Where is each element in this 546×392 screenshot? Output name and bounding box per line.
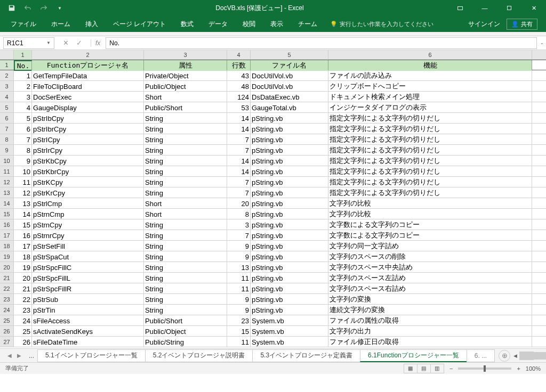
- cell[interactable]: System.vb: [251, 315, 328, 326]
- minimize-icon[interactable]: —: [472, 0, 497, 16]
- fx-label[interactable]: fx: [91, 39, 105, 47]
- cell[interactable]: 14: [227, 124, 251, 134]
- horizontal-scrollbar[interactable]: [519, 352, 534, 360]
- cell[interactable]: pString.vb: [251, 209, 328, 219]
- cell[interactable]: 9: [227, 305, 251, 315]
- select-all-corner[interactable]: [0, 50, 14, 59]
- maximize-icon[interactable]: [497, 0, 521, 16]
- cell[interactable]: pString.vb: [251, 145, 328, 156]
- row-header[interactable]: 15: [0, 209, 14, 219]
- row-header[interactable]: 17: [0, 230, 14, 240]
- cell[interactable]: String: [144, 156, 227, 166]
- cell[interactable]: Public/Object: [144, 326, 227, 337]
- cell[interactable]: 17: [14, 241, 32, 251]
- cell[interactable]: String: [144, 294, 227, 305]
- header-cell[interactable]: Functionプロシージャ名: [32, 60, 144, 71]
- cell[interactable]: 3: [227, 219, 251, 230]
- row-header[interactable]: 16: [0, 219, 14, 230]
- cell[interactable]: 3: [14, 92, 32, 102]
- cell[interactable]: 15: [227, 326, 251, 337]
- cell[interactable]: pString.vb: [251, 219, 328, 230]
- row-header[interactable]: 12: [0, 177, 14, 187]
- header-cell[interactable]: 機能: [328, 60, 532, 71]
- cell[interactable]: 6: [14, 124, 32, 134]
- cell[interactable]: 文字列の比較: [328, 209, 532, 219]
- cell[interactable]: sFileAccess: [32, 315, 144, 326]
- cell[interactable]: pStrKbCpy: [32, 156, 144, 166]
- sheet-tab-truncated[interactable]: 6. ...: [467, 349, 495, 362]
- cell[interactable]: 16: [14, 230, 32, 241]
- row-header[interactable]: 4: [0, 92, 14, 102]
- scroll-left-icon[interactable]: ◀: [513, 353, 517, 358]
- row-header[interactable]: 22: [0, 283, 14, 293]
- cell[interactable]: DocUtilVol.vb: [251, 70, 328, 81]
- header-cell[interactable]: No.: [14, 60, 32, 71]
- cell[interactable]: 文字列のスペースの削除: [328, 251, 532, 262]
- cell[interactable]: 12: [14, 187, 32, 198]
- cell[interactable]: ファイルの読み込み: [328, 70, 532, 81]
- cell[interactable]: String: [144, 145, 227, 156]
- cell[interactable]: pStrSpcFillR: [32, 283, 144, 294]
- row-header[interactable]: 7: [0, 124, 14, 134]
- cell[interactable]: 5: [14, 113, 32, 124]
- cell[interactable]: pStrIrCpy: [32, 145, 144, 156]
- cell[interactable]: 文字列の同一文字詰め: [328, 241, 532, 251]
- cell[interactable]: String: [144, 283, 227, 294]
- cell[interactable]: pString.vb: [251, 305, 328, 315]
- cell[interactable]: pStrICpy: [32, 134, 144, 145]
- cell[interactable]: 指定文字列による文字列の切りだし: [328, 177, 532, 187]
- cell[interactable]: 22: [14, 294, 32, 305]
- cell[interactable]: String: [144, 230, 227, 241]
- row-header[interactable]: 26: [0, 326, 14, 336]
- chevron-down-icon[interactable]: ▼: [46, 40, 51, 45]
- cell[interactable]: pString.vb: [251, 198, 328, 209]
- cell[interactable]: pStrSpcFillL: [32, 273, 144, 283]
- cell[interactable]: 文字列の出力: [328, 326, 532, 337]
- cell[interactable]: インジケータダイアログの表示: [328, 102, 532, 113]
- row-header[interactable]: 21: [0, 273, 14, 283]
- row-header[interactable]: 9: [0, 145, 14, 155]
- cell[interactable]: 48: [227, 81, 251, 92]
- cell[interactable]: 13: [14, 198, 32, 209]
- qat-dropdown-icon[interactable]: ▼: [52, 2, 67, 14]
- ribbon-tab[interactable]: 数式: [173, 16, 201, 32]
- cell[interactable]: Short: [144, 209, 227, 219]
- cell[interactable]: pString.vb: [251, 241, 328, 251]
- cell[interactable]: String: [144, 219, 227, 230]
- cell[interactable]: 指定文字列による文字列の切りだし: [328, 113, 532, 124]
- cell[interactable]: 26: [14, 337, 32, 347]
- cell[interactable]: 文字数による文字列のコピー: [328, 219, 532, 230]
- cell[interactable]: System.vb: [251, 337, 328, 347]
- cell[interactable]: pStrlCmp: [32, 198, 144, 209]
- cell[interactable]: pStrSpcFillC: [32, 262, 144, 273]
- cell[interactable]: 10: [14, 166, 32, 177]
- row-header[interactable]: 1: [0, 60, 14, 70]
- cell[interactable]: 文字列のスペース右詰め: [328, 283, 532, 294]
- cell[interactable]: pString.vb: [251, 187, 328, 198]
- row-header[interactable]: 11: [0, 166, 14, 176]
- cell[interactable]: 文字列のスペース中央詰め: [328, 262, 532, 273]
- cell[interactable]: String: [144, 273, 227, 283]
- name-box[interactable]: R1C1 ▼: [3, 37, 54, 49]
- cell[interactable]: pStrTin: [32, 305, 144, 315]
- ribbon-tab[interactable]: ページ レイアウト: [106, 16, 173, 32]
- share-button[interactable]: 👤共有: [507, 19, 537, 30]
- cell[interactable]: 9: [227, 251, 251, 262]
- sheet-tab[interactable]: 5.3イベントプロシージャ定義書: [252, 349, 360, 362]
- row-header[interactable]: 14: [0, 198, 14, 208]
- sheet-tab[interactable]: 5.1イベントプロシージャー一覧: [37, 349, 146, 362]
- cell[interactable]: 53: [227, 102, 251, 113]
- cell[interactable]: pString.vb: [251, 251, 328, 262]
- cell[interactable]: GaugeTotal.vb: [251, 102, 328, 113]
- cell[interactable]: 文字列の変換: [328, 294, 532, 305]
- cell[interactable]: DocSerExec: [32, 92, 144, 102]
- ribbon-tab[interactable]: データ: [201, 16, 235, 32]
- cell[interactable]: String: [144, 251, 227, 262]
- cell[interactable]: System.vb: [251, 326, 328, 337]
- column-header[interactable]: 1: [14, 50, 32, 59]
- save-icon[interactable]: [4, 2, 19, 14]
- cell[interactable]: pString.vb: [251, 124, 328, 134]
- cell[interactable]: DsDataExec.vb: [251, 92, 328, 102]
- row-header[interactable]: 20: [0, 262, 14, 272]
- cell[interactable]: Public/Short: [144, 315, 227, 326]
